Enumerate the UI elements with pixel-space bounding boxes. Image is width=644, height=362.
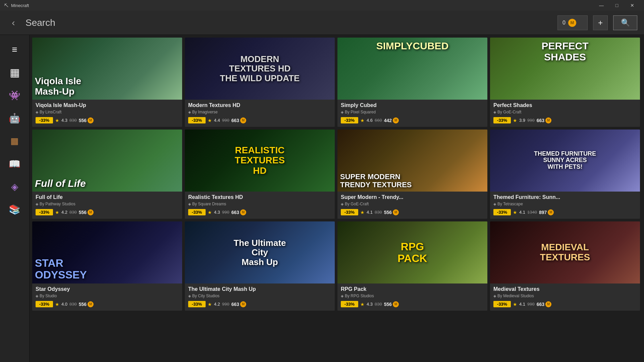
rating-perfect-shades: 3.9 xyxy=(519,118,525,123)
item-title-perfect-shades: Perfect Shades xyxy=(493,102,637,108)
original-price-simply-cubed: 660 xyxy=(375,118,382,123)
item-card-star-odyssey[interactable]: STARODYSSEYStar Odyssey◈ By Studio -33% … xyxy=(32,221,182,311)
rating-simply-cubed: 4.6 xyxy=(367,118,373,123)
star-icon-perfect-shades: ★ xyxy=(513,118,517,123)
sidebar-item-library[interactable]: 📚 xyxy=(4,199,25,220)
author-icon: ◈ xyxy=(493,110,496,114)
add-currency-button[interactable]: + xyxy=(593,15,608,30)
discount-badge-super-modern: -33% xyxy=(341,209,358,215)
item-info-ultimate-city: The Ultimate City Mash Up◈ By City Studi… xyxy=(185,283,335,311)
marketplace-icon: ▦ xyxy=(10,66,20,79)
thumb-text-super-modern: SUPER MODERNTRENDY TEXTURES xyxy=(340,173,485,189)
item-card-ultimate-city[interactable]: The UltimateCityMash UpThe Ultimate City… xyxy=(185,221,335,311)
author-icon: ◈ xyxy=(341,110,343,114)
item-author-realistic-textures: ◈ By Square Dreams xyxy=(188,202,331,206)
item-author-full-of-life: ◈ By Pathway Studios xyxy=(36,202,179,206)
search-button[interactable]: 🔍 xyxy=(613,15,637,30)
back-button[interactable]: ‹ xyxy=(7,16,20,30)
star-icon-simply-cubed: ★ xyxy=(360,118,365,123)
sale-price-super-modern: 556 M xyxy=(384,209,399,215)
sidebar-item-mobs[interactable]: 🤖 xyxy=(4,107,25,129)
item-pricing-medieval: -33% ★ 4.1 990 663 M xyxy=(493,301,637,307)
search-title: Search xyxy=(25,17,552,28)
sidebar-item-skins[interactable]: 👾 xyxy=(4,85,25,106)
item-title-realistic-textures: Realistic Textures HD xyxy=(188,194,331,200)
item-thumbnail-viqola: Viqola IsleMash-Up xyxy=(32,38,182,100)
discount-badge-sunny-acres: -33% xyxy=(493,209,511,215)
sidebar-item-purple[interactable]: ◈ xyxy=(4,176,25,197)
mobs-icon: 🤖 xyxy=(9,113,20,124)
author-icon: ◈ xyxy=(36,294,38,298)
item-card-perfect-shades[interactable]: PERFECTSHADESPerfect Shades◈ By GoE-Craf… xyxy=(490,38,640,127)
coin-small-icon-star-odyssey: M xyxy=(88,301,94,307)
discount-badge-star-odyssey: -33% xyxy=(36,301,53,307)
item-author-simply-cubed: ◈ By Pixel Squared xyxy=(341,110,484,114)
app-container: ‹ Search 0 M + 🔍 ≡ ▦ 👾 🤖 xyxy=(0,11,644,362)
original-price-rpg-pack: 830 xyxy=(375,302,382,307)
maximize-button[interactable]: □ xyxy=(609,0,625,11)
sidebar: ≡ ▦ 👾 🤖 ▦ 📖 ◈ 📚 xyxy=(0,35,30,362)
item-info-sunny-acres: Themed Furniture: Sunn...◈ By Tetrascape… xyxy=(490,192,640,219)
item-title-simply-cubed: Simply Cubed xyxy=(341,102,484,108)
thumb-text-rpg-pack: RPGPACK xyxy=(345,241,480,264)
rating-sunny-acres: 4.1 xyxy=(519,210,525,215)
coin-small-icon-simply-cubed: M xyxy=(393,117,399,123)
original-price-perfect-shades: 990 xyxy=(527,118,535,123)
item-thumbnail-ultimate-city: The UltimateCityMash Up xyxy=(185,221,335,283)
author-icon: ◈ xyxy=(341,294,343,298)
item-thumbnail-star-odyssey: STARODYSSEY xyxy=(32,221,182,283)
sale-price-star-odyssey: 556 M xyxy=(79,301,94,307)
item-title-ultimate-city: The Ultimate City Mash Up xyxy=(188,286,331,292)
close-button[interactable]: ✕ xyxy=(625,0,640,11)
item-card-sunny-acres[interactable]: THEMED FURNITURESUNNY ACRESWITH PETS!The… xyxy=(490,130,640,219)
thumb-text-medieval: MEDIEVALTEXTURES xyxy=(497,242,632,263)
star-icon-star-odyssey: ★ xyxy=(55,302,59,307)
coin-small-icon-perfect-shades: M xyxy=(545,117,551,123)
item-card-medieval[interactable]: MEDIEVALTEXTURESMedieval Textures◈ By Me… xyxy=(490,221,640,311)
item-card-realistic-textures[interactable]: REALISTICTEXTURESHDRealistic Textures HD… xyxy=(185,130,335,219)
coin-small-icon-sunny-acres: M xyxy=(548,209,554,215)
author-icon: ◈ xyxy=(36,110,38,114)
sidebar-item-worlds[interactable]: ▦ xyxy=(4,130,25,152)
rating-medieval: 4.1 xyxy=(519,302,525,307)
item-card-rpg-pack[interactable]: RPGPACKRPG Pack◈ By RPG Studios -33% ★ 4… xyxy=(337,221,487,311)
thumb-text-simply-cubed: SIMPLYCUBED xyxy=(345,40,480,51)
thumb-text-realistic-textures: REALISTICTEXTURESHD xyxy=(192,145,327,176)
thumb-text-full-of-life: Full of Life xyxy=(35,178,179,189)
item-info-viqola: Viqola Isle Mash-Up◈ By LinsCraft -33% ★… xyxy=(32,100,182,127)
sale-price-viqola: 556 M xyxy=(79,117,94,123)
star-icon-modern-textures: ★ xyxy=(208,118,212,123)
star-icon-ultimate-city: ★ xyxy=(208,302,212,307)
sidebar-item-marketplace[interactable]: ▦ xyxy=(4,62,25,83)
item-info-realistic-textures: Realistic Textures HD◈ By Square Dreams … xyxy=(185,192,335,219)
item-card-viqola[interactable]: Viqola IsleMash-UpViqola Isle Mash-Up◈ B… xyxy=(32,38,182,127)
item-thumbnail-super-modern: SUPER MODERNTRENDY TEXTURES xyxy=(337,130,487,192)
item-card-super-modern[interactable]: SUPER MODERNTRENDY TEXTURESSuper Modern … xyxy=(337,130,487,219)
items-grid: Viqola IsleMash-UpViqola Isle Mash-Up◈ B… xyxy=(32,38,640,311)
original-price-full-of-life: 830 xyxy=(69,210,77,215)
sale-price-modern-textures: 663 M xyxy=(231,117,246,123)
content-area[interactable]: Viqola IsleMash-UpViqola Isle Mash-Up◈ B… xyxy=(30,35,644,362)
item-info-simply-cubed: Simply Cubed◈ By Pixel Squared -33% ★ 4.… xyxy=(337,100,487,127)
sidebar-item-menu[interactable]: ≡ xyxy=(4,39,25,60)
original-price-medieval: 990 xyxy=(527,302,535,307)
item-pricing-rpg-pack: -33% ★ 4.3 830 556 M xyxy=(341,301,484,307)
item-card-modern-textures[interactable]: MODERNTEXTURES HDTHE WILD UPDATEModern T… xyxy=(185,38,335,127)
sidebar-item-books[interactable]: 📖 xyxy=(4,153,25,174)
coin-small-icon-modern-textures: M xyxy=(240,117,246,123)
item-card-simply-cubed[interactable]: SIMPLYCUBEDSimply Cubed◈ By Pixel Square… xyxy=(337,38,487,127)
item-thumbnail-medieval: MEDIEVALTEXTURES xyxy=(490,221,640,283)
currency-amount: 0 xyxy=(562,20,566,26)
original-price-modern-textures: 990 xyxy=(222,118,229,123)
coin-small-icon-medieval: M xyxy=(545,301,551,307)
item-card-full-of-life[interactable]: Full of LifeFull of Life◈ By Pathway Stu… xyxy=(32,130,182,219)
item-pricing-sunny-acres: -33% ★ 4.1 1340 897 M xyxy=(493,209,637,215)
app-icon: ⛏ xyxy=(4,3,8,8)
title-bar: ⛏ Minecraft — □ ✕ xyxy=(0,0,644,11)
star-icon-sunny-acres: ★ xyxy=(513,210,517,215)
original-price-super-modern: 830 xyxy=(375,210,382,215)
star-icon-rpg-pack: ★ xyxy=(360,302,365,307)
item-title-viqola: Viqola Isle Mash-Up xyxy=(36,102,179,108)
minimize-button[interactable]: — xyxy=(594,0,609,11)
item-pricing-star-odyssey: -33% ★ 4.0 830 556 M xyxy=(36,301,179,307)
